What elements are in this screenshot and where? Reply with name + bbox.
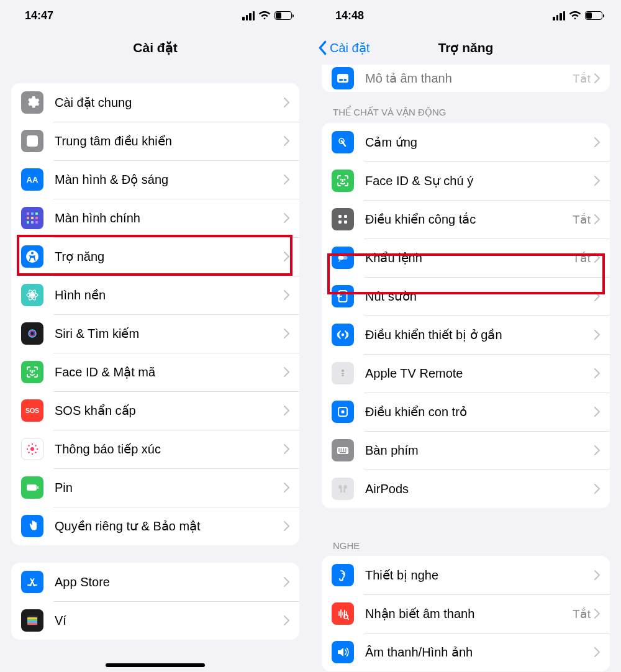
settings-group-1: Cài đặt chung Trung tâm điều khiển Màn h…	[11, 83, 299, 545]
chevron-right-icon	[284, 406, 299, 415]
chevron-right-icon	[594, 445, 610, 455]
chevron-right-icon	[284, 483, 299, 493]
wallet-icon	[21, 609, 43, 632]
page-title: Cài đặt	[133, 40, 177, 55]
accessibility-icon	[21, 245, 43, 268]
row-pointer-control[interactable]: Điều khiển con trỏ	[322, 393, 610, 431]
chevron-back-icon	[318, 40, 327, 55]
chevron-right-icon	[284, 521, 299, 531]
touch-icon	[332, 131, 354, 153]
chevron-right-icon	[594, 176, 610, 186]
row-sos[interactable]: SOS khẩn cấp	[11, 391, 299, 430]
row-sound-recognition[interactable]: Nhận biết âm thanh Tắt	[322, 594, 610, 633]
remote-icon	[332, 362, 354, 384]
row-exposure[interactable]: Thông báo tiếp xúc	[11, 430, 299, 468]
faceid-icon	[332, 170, 354, 192]
row-wallpaper[interactable]: Hình nền	[11, 276, 299, 314]
chevron-right-icon	[284, 329, 299, 338]
apps-grid-icon	[21, 207, 43, 229]
row-apple-tv-remote[interactable]: Apple TV Remote	[322, 354, 610, 393]
keyboard-icon	[332, 439, 354, 461]
chevron-right-icon	[594, 609, 610, 619]
back-label: Cài đặt	[330, 40, 369, 55]
airpods-icon	[332, 478, 354, 500]
cellular-icon	[242, 11, 255, 20]
row-audio-visual[interactable]: Âm thanh/Hình ảnh	[322, 633, 610, 671]
row-audio-descriptions[interactable]: Mô tả âm thanh Tắt	[322, 65, 610, 92]
battery-settings-icon	[21, 476, 43, 499]
chevron-right-icon	[284, 136, 299, 146]
row-airpods[interactable]: AirPods	[322, 470, 610, 508]
chevron-right-icon	[594, 368, 610, 378]
row-nearby-control[interactable]: Điều khiển thiết bị ở gần	[322, 316, 610, 354]
status-time: 14:47	[25, 9, 53, 22]
section-header-physical: Thể chất và vận động	[322, 92, 610, 123]
flower-icon	[21, 284, 43, 306]
exposure-icon	[21, 438, 43, 460]
section-header-hearing: Nghe	[322, 525, 610, 556]
chevron-right-icon	[284, 175, 299, 184]
status-bar: 14:48	[310, 0, 621, 31]
row-general[interactable]: Cài đặt chung	[11, 83, 299, 122]
gear-icon	[21, 91, 43, 114]
chevron-right-icon	[594, 484, 610, 494]
status-indicators	[553, 11, 602, 20]
row-hearing-devices[interactable]: Thiết bị nghe	[322, 556, 610, 594]
row-privacy[interactable]: Quyền riêng tư & Bảo mật	[11, 507, 299, 545]
chevron-right-icon	[594, 407, 610, 417]
status-time: 14:48	[335, 9, 364, 22]
chevron-right-icon	[284, 290, 299, 300]
wifi-icon	[569, 11, 581, 20]
row-voice-control[interactable]: Khẩu lệnh Tắt	[322, 238, 610, 277]
chevron-right-icon	[594, 291, 610, 301]
siri-icon	[21, 322, 43, 345]
aa-icon	[21, 168, 43, 191]
voice-icon	[332, 247, 354, 269]
phone-left: 14:47 Cài đặt Cài đặt chung Trung tâm đi…	[0, 0, 310, 672]
row-keyboards[interactable]: Bàn phím	[322, 431, 610, 470]
back-button[interactable]: Cài đặt	[318, 31, 369, 65]
hearing-group: Thiết bị nghe Nhận biết âm thanh Tắt Âm …	[322, 556, 610, 671]
cc-icon	[332, 67, 354, 89]
row-switch-control[interactable]: Điều khiển công tắc Tắt	[322, 200, 610, 238]
chevron-right-icon	[594, 137, 610, 147]
row-side-button[interactable]: Nút sườn	[322, 277, 610, 316]
chevron-right-icon	[594, 330, 610, 340]
row-home-screen[interactable]: Màn hình chính	[11, 199, 299, 237]
home-indicator[interactable]	[106, 663, 205, 667]
chevron-right-icon	[594, 570, 610, 580]
row-appstore[interactable]: App Store	[11, 563, 299, 601]
nav-bar: Cài đặt	[0, 31, 310, 65]
nearby-icon	[332, 324, 354, 346]
pointer-icon	[332, 401, 354, 423]
chevron-right-icon	[594, 647, 610, 657]
status-bar: 14:47	[0, 0, 310, 31]
sos-icon	[21, 399, 43, 422]
sliders-icon	[21, 130, 43, 152]
ear-icon	[332, 564, 354, 586]
settings-list[interactable]: Cài đặt chung Trung tâm điều khiển Màn h…	[0, 65, 310, 672]
hand-icon	[21, 515, 43, 537]
chevron-right-icon	[284, 98, 299, 107]
wifi-icon	[258, 11, 271, 20]
sound-recognition-icon	[332, 602, 354, 625]
row-battery[interactable]: Pin	[11, 468, 299, 507]
chevron-right-icon	[284, 252, 299, 261]
phone-right: 14:48 Cài đặt Trợ năng Mô tả âm thanh Tắ…	[310, 0, 621, 672]
row-touch[interactable]: Cảm ứng	[322, 123, 610, 161]
row-display[interactable]: Màn hình & Độ sáng	[11, 160, 299, 199]
speaker-icon	[332, 641, 354, 663]
accessibility-list[interactable]: Mô tả âm thanh Tắt Thể chất và vận động …	[310, 65, 621, 672]
row-wallet[interactable]: Ví	[11, 601, 299, 640]
battery-icon	[274, 11, 292, 20]
row-faceid[interactable]: Face ID & Mật mã	[11, 353, 299, 391]
chevron-right-icon	[594, 73, 610, 83]
chevron-right-icon	[284, 213, 299, 223]
row-faceid-attention[interactable]: Face ID & Sự chú ý	[322, 161, 610, 200]
row-control-center[interactable]: Trung tâm điều khiển	[11, 122, 299, 160]
row-siri[interactable]: Siri & Tìm kiếm	[11, 314, 299, 353]
chevron-right-icon	[284, 615, 299, 625]
row-accessibility[interactable]: Trợ năng	[11, 237, 299, 276]
chevron-right-icon	[284, 367, 299, 377]
battery-icon	[585, 11, 602, 20]
